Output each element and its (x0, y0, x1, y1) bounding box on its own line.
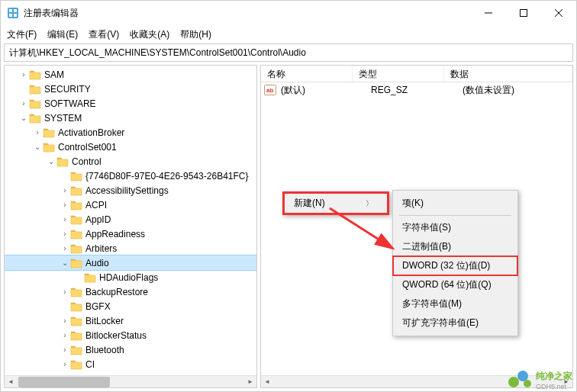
tree-label: Bluetooth (85, 345, 124, 355)
submenu-qword[interactable]: QWORD (64 位)值(Q) (393, 275, 517, 294)
context-menu-new[interactable]: 新建(N) 〉 (285, 194, 387, 213)
submenu-separator (399, 215, 511, 216)
main-area: ›SAM›SECURITY›SOFTWARE⌄SYSTEM›Activation… (1, 65, 576, 391)
svg-text:ab: ab (266, 87, 273, 94)
menubar: 文件(F) 编辑(E) 查看(V) 收藏夹(A) 帮助(H) (1, 25, 576, 43)
tree-item-controlset001[interactable]: ⌄ControlSet001 (5, 140, 256, 154)
expander-icon[interactable]: › (60, 288, 70, 296)
tree-label: AppID (85, 214, 111, 225)
tree-label: BitLocker (85, 316, 124, 326)
column-name[interactable]: 名称 (261, 66, 353, 82)
list-pane[interactable]: 名称 类型 数据 ab (默认) REG_SZ (数值未设置) 新建(N) 〉 … (260, 65, 573, 388)
window-controls (471, 1, 576, 25)
tree-item-bitlocker[interactable]: ›BitLocker (5, 313, 256, 328)
registry-editor-window: 注册表编辑器 文件(F) 编辑(E) 查看(V) 收藏夹(A) 帮助(H) 计算… (0, 0, 577, 392)
tree-label: ActivationBroker (58, 127, 124, 138)
tree-item-backuprestore[interactable]: ›BackupRestore (5, 284, 256, 299)
tree-label: BackupRestore (85, 287, 148, 297)
expander-icon[interactable]: › (60, 316, 70, 325)
submenu-dword[interactable]: DWORD (32 位)值(D) (393, 256, 517, 275)
scroll-left-button[interactable]: ◄ (261, 376, 273, 388)
svg-rect-4 (14, 14, 17, 17)
menu-favorites[interactable]: 收藏夹(A) (130, 28, 169, 41)
expander-icon[interactable]: ⌄ (18, 114, 29, 122)
watermark: 纯净之家 GDH5.net (508, 369, 572, 390)
submenu-multistring[interactable]: 多字符串值(M) (393, 294, 517, 313)
expander-icon[interactable]: › (60, 201, 70, 209)
tree-label: Arbiters (85, 243, 117, 254)
tree-label: HDAudioFlags (99, 272, 158, 283)
tree-item-system[interactable]: ⌄SYSTEM (5, 111, 256, 125)
svg-rect-6 (521, 10, 527, 17)
menu-help[interactable]: 帮助(H) (180, 28, 211, 41)
list-row[interactable]: ab (默认) REG_SZ (数值未设置) (261, 82, 572, 98)
submenu-expandstring[interactable]: 可扩充字符串值(E) (393, 313, 517, 333)
tree-item-control[interactable]: ⌄Control (5, 154, 256, 169)
tree-item-audio[interactable]: ⌄Audio (5, 255, 256, 270)
column-data[interactable]: 数据 (444, 66, 572, 82)
expander-icon[interactable]: › (60, 186, 70, 194)
svg-rect-2 (14, 9, 17, 12)
menu-edit[interactable]: 编辑(E) (47, 28, 78, 41)
tree-item-software[interactable]: ›SOFTWARE (5, 96, 256, 111)
tree-scrollbar-horizontal[interactable]: ◄ ► (5, 375, 256, 387)
close-button[interactable] (541, 1, 576, 25)
menu-view[interactable]: 查看(V) (89, 28, 119, 41)
svg-rect-1 (9, 9, 12, 12)
tree-item-hdaudioflags[interactable]: ›HDAudioFlags (5, 270, 256, 284)
tree-label: AccessibilitySettings (85, 185, 169, 196)
expander-icon[interactable]: › (18, 99, 29, 108)
scroll-right-button[interactable]: ► (244, 376, 256, 388)
tree-item-sam[interactable]: ›SAM (5, 67, 256, 82)
tree-label: CI (85, 359, 95, 370)
expander-icon[interactable]: › (32, 128, 43, 137)
minimize-button[interactable] (471, 1, 506, 25)
tree-item-7746d80f97e04e26954326b41fc[interactable]: ›{7746D80F-97E0-4E26-9543-26B41FC} (5, 169, 256, 183)
tree-item-ci[interactable]: ›CI (5, 357, 256, 371)
expander-icon[interactable]: › (18, 70, 29, 79)
submenu-binary[interactable]: 二进制值(B) (393, 237, 517, 256)
expander-icon[interactable]: › (60, 360, 70, 368)
tree-item-appreadiness[interactable]: ›AppReadiness (5, 227, 256, 241)
value-name: (默认) (279, 84, 371, 97)
expander-icon[interactable]: › (60, 244, 70, 252)
tree-label: AppReadiness (85, 229, 145, 239)
expander-icon[interactable]: › (60, 230, 70, 238)
tree-label: BGFX (85, 301, 111, 312)
submenu-string[interactable]: 字符串值(S) (393, 218, 517, 237)
tree-label: ControlSet001 (58, 142, 117, 153)
tree-item-security[interactable]: ›SECURITY (5, 82, 256, 96)
scroll-thumb[interactable] (18, 377, 110, 387)
submenu-key[interactable]: 项(K) (393, 194, 517, 213)
tree-pane[interactable]: ›SAM›SECURITY›SOFTWARE⌄SYSTEM›Activation… (4, 65, 257, 388)
maximize-button[interactable] (506, 1, 541, 25)
tree-label: Control (72, 156, 102, 167)
svg-rect-3 (9, 14, 12, 17)
expander-icon[interactable]: › (60, 215, 70, 223)
tree-item-bitlockerstatus[interactable]: ›BitlockerStatus (5, 328, 256, 342)
tree-label: {7746D80F-97E0-4E26-9543-26B41FC} (85, 171, 248, 182)
tree-item-bluetooth[interactable]: ›Bluetooth (5, 342, 256, 357)
window-title: 注册表编辑器 (24, 7, 471, 20)
tree-item-bgfx[interactable]: ›BGFX (5, 299, 256, 313)
expander-icon[interactable]: ⌄ (60, 259, 70, 267)
column-type[interactable]: 类型 (353, 66, 444, 82)
tree-item-appid[interactable]: ›AppID (5, 212, 256, 227)
expander-icon[interactable]: › (60, 331, 70, 339)
address-text: 计算机\HKEY_LOCAL_MACHINE\SYSTEM\ControlSet… (9, 47, 306, 59)
expander-icon[interactable]: ⌄ (32, 143, 43, 151)
scroll-left-button[interactable]: ◄ (5, 376, 17, 388)
new-submenu: 项(K) 字符串值(S) 二进制值(B) DWORD (32 位)值(D) QW… (392, 190, 518, 336)
expander-icon[interactable]: ⌄ (46, 157, 56, 165)
tree-item-accessibilitysettings[interactable]: ›AccessibilitySettings (5, 183, 256, 198)
tree-label: BitlockerStatus (85, 330, 147, 341)
tree-item-activationbroker[interactable]: ›ActivationBroker (5, 125, 256, 140)
titlebar: 注册表编辑器 (1, 1, 576, 25)
menu-file[interactable]: 文件(F) (7, 28, 37, 41)
app-icon (7, 7, 19, 19)
tree-item-acpi[interactable]: ›ACPI (5, 198, 256, 212)
expander-icon[interactable]: › (60, 345, 70, 354)
address-bar[interactable]: 计算机\HKEY_LOCAL_MACHINE\SYSTEM\ControlSet… (4, 43, 573, 62)
tree-item-arbiters[interactable]: ›Arbiters (5, 241, 256, 255)
value-data: (数值未设置) (463, 84, 572, 97)
